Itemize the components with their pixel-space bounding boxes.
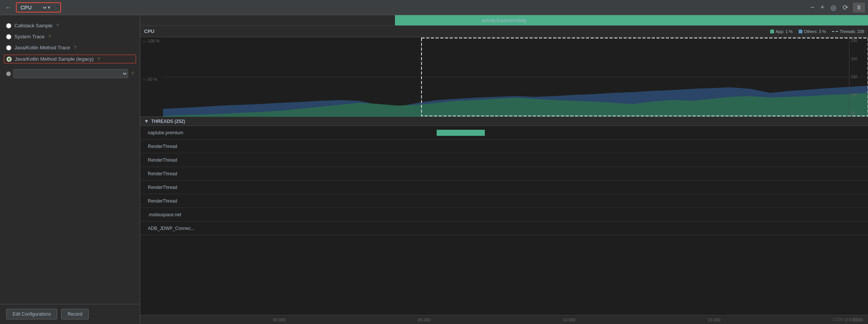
option-system-trace[interactable]: System Trace ? — [6, 34, 134, 39]
cpu-y-axis: — 100 % — 50 % — [140, 37, 163, 117]
help-java-sample-icon[interactable]: ? — [97, 57, 100, 62]
option-java-sample[interactable]: Java/Kotlin Method Sample (legacy) ? — [4, 55, 136, 63]
help-config-icon[interactable]: ? — [131, 71, 134, 76]
toolbar-left: ← CPU Memory Network Energy ▾ ⋮ — [3, 2, 61, 13]
activity-label: activity.ExploreActivity — [482, 18, 526, 23]
threads-header: ▼ THREADS (252) — [140, 117, 868, 126]
content-area: Callstack Sample ? System Trace ? Java/K… — [0, 15, 868, 324]
legend-threads: Threads: 239 — [832, 29, 864, 34]
y-right-50: 50 — [851, 111, 866, 115]
threads-container: ▼ THREADS (252) naptube.premium RenderTh… — [140, 117, 868, 324]
cpu-chart-title: CPU — [144, 28, 154, 34]
y-right-150: 150 — [851, 75, 866, 79]
zoom-out-button[interactable]: − — [809, 3, 816, 12]
thread-name-mobiuspace: .mobiuspace.net — [140, 212, 269, 217]
option-java-trace[interactable]: Java/Kotlin Method Trace ? — [6, 45, 134, 50]
cpu-legend: App: 1 % Others: 3 % Threads: 239 — [770, 29, 864, 34]
option-callstack-label: Callstack Sample — [14, 23, 52, 28]
x-label-15: 15.000 — [708, 318, 721, 322]
thread-name-render5: RenderThread — [140, 198, 269, 204]
profiler-type-select[interactable]: CPU Memory Network Energy — [19, 4, 48, 11]
thread-name-render1: RenderThread — [140, 144, 269, 149]
y-axis-100: — 100 % — [143, 39, 161, 43]
left-panel: Callstack Sample ? System Trace ? Java/K… — [0, 15, 140, 324]
thread-row: RenderThread — [140, 194, 868, 208]
zoom-fit-button[interactable]: ◎ — [829, 3, 838, 13]
y-axis-50: — 50 % — [143, 77, 161, 82]
zoom-in-button[interactable]: + — [819, 3, 826, 12]
legend-others-color — [799, 30, 802, 33]
record-button[interactable]: Record — [61, 309, 89, 319]
option-callstack[interactable]: Callstack Sample ? — [6, 23, 134, 28]
thread-block-naptube — [437, 130, 484, 136]
app-container: ← CPU Memory Network Energy ▾ ⋮ − + ◎ ⟳ … — [0, 0, 868, 324]
radio-system-trace[interactable] — [6, 34, 11, 39]
thread-row: ADB_JDWP_Connec... — [140, 222, 868, 235]
thread-timeline-render3[interactable] — [269, 167, 868, 180]
right-y-axis: 250 200 150 100 50 — [849, 37, 868, 117]
radio-config[interactable] — [6, 71, 11, 76]
legend-app-color — [770, 30, 774, 33]
help-callstack-icon[interactable]: ? — [56, 23, 59, 28]
option-java-trace-label: Java/Kotlin Method Trace — [14, 45, 70, 50]
thread-row: RenderThread — [140, 181, 868, 194]
legend-others-label: Others: 3 % — [804, 29, 826, 34]
activity-bar: activity.ExploreActivity — [140, 15, 868, 26]
legend-others: Others: 3 % — [799, 29, 826, 34]
toolbar: ← CPU Memory Network Energy ▾ ⋮ − + ◎ ⟳ … — [0, 0, 868, 15]
thread-timeline-naptube[interactable] — [269, 126, 868, 139]
help-java-trace-icon[interactable]: ? — [74, 45, 77, 50]
threads-expand-icon[interactable]: ▼ — [144, 118, 149, 124]
option-system-trace-label: System Trace — [14, 34, 44, 39]
radio-callstack[interactable] — [6, 23, 11, 28]
back-button[interactable]: ← — [3, 3, 14, 12]
thread-timeline-render4[interactable] — [269, 181, 868, 194]
right-panel: activity.ExploreActivity CPU App: 1 % Ot… — [140, 15, 868, 324]
threads-title: THREADS (252) — [151, 119, 185, 124]
separator-icon: ⋮ — [52, 4, 58, 11]
thread-timeline-render1[interactable] — [269, 140, 868, 153]
x-label-5: 05.000 — [418, 318, 431, 322]
thread-name-naptube: naptube.premium — [140, 130, 269, 135]
dropdown-arrow-icon: ▾ — [48, 5, 50, 10]
y-right-250: 250 — [851, 39, 866, 43]
thread-timeline-render5[interactable] — [269, 194, 868, 208]
thread-timeline-mobiuspace[interactable] — [269, 208, 868, 221]
x-axis: 00.000 05.000 10.000 15.000 20.0... — [140, 315, 868, 324]
thread-row: naptube.premium — [140, 126, 868, 140]
radio-java-trace[interactable] — [6, 45, 11, 50]
cpu-chart-area[interactable]: 250 200 150 100 50 — [163, 37, 868, 117]
thread-row: RenderThread — [140, 167, 868, 181]
bottom-buttons: Edit Configurations Record — [0, 304, 140, 324]
cpu-chart-container: — 100 % — 50 % — [140, 37, 868, 117]
config-select[interactable] — [13, 69, 128, 78]
thread-row: .mobiuspace.net — [140, 208, 868, 222]
refresh-button[interactable]: ⟳ — [841, 3, 850, 13]
x-label-0: 00.000 — [273, 318, 286, 322]
cpu-header: CPU App: 1 % Others: 3 % Threads: 239 — [140, 26, 868, 37]
pause-button[interactable]: ⏸ — [853, 3, 865, 13]
cpu-selector[interactable]: CPU Memory Network Energy ▾ ⋮ — [16, 2, 61, 13]
thread-name-adb: ADB_JDWP_Connec... — [140, 226, 269, 231]
legend-app-label: App: 1 % — [776, 29, 793, 34]
y-right-200: 200 — [851, 57, 866, 61]
watermark: CSDN @我不勤奋... — [832, 317, 866, 322]
thread-name-render3: RenderThread — [140, 171, 269, 176]
thread-timeline-render2[interactable] — [269, 153, 868, 167]
activity-bar-fill — [395, 15, 868, 25]
thread-row: RenderThread — [140, 153, 868, 167]
thread-name-render2: RenderThread — [140, 157, 269, 163]
edit-configurations-button[interactable]: Edit Configurations — [6, 309, 57, 319]
radio-java-sample[interactable] — [6, 57, 12, 62]
help-system-trace-icon[interactable]: ? — [48, 34, 51, 39]
y-right-100: 100 — [851, 93, 866, 97]
x-label-10: 10.000 — [563, 318, 576, 322]
threads-section[interactable]: ▼ THREADS (252) naptube.premium RenderTh… — [140, 117, 868, 315]
config-row: ? — [6, 69, 134, 78]
cpu-section: CPU App: 1 % Others: 3 % Threads: 239 — [140, 26, 868, 117]
legend-app: App: 1 % — [770, 29, 793, 34]
thread-timeline-adb[interactable] — [269, 222, 868, 235]
x-axis-labels: 00.000 05.000 10.000 15.000 20.0... — [269, 318, 868, 322]
thread-name-render4: RenderThread — [140, 185, 269, 190]
thread-row: RenderThread — [140, 140, 868, 153]
